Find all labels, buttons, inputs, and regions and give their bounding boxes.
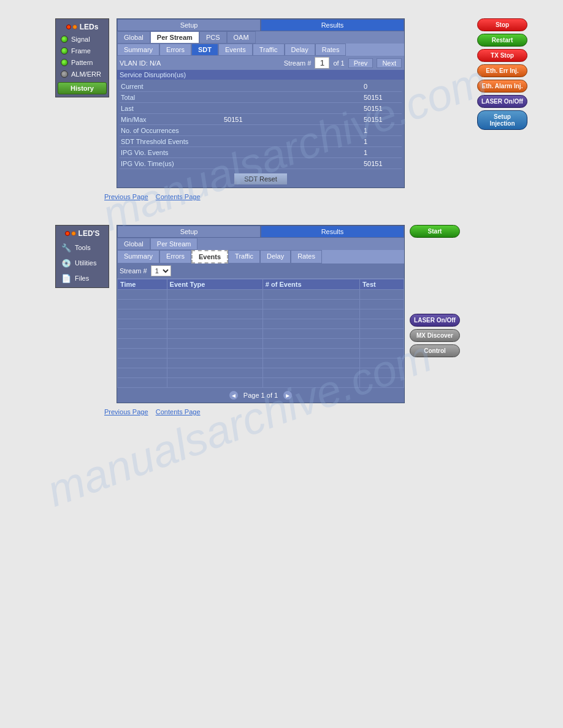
sidebar2-title: LED'S xyxy=(79,229,100,238)
sidebar-item-tools[interactable]: 🔧 Tools xyxy=(58,241,106,254)
page-next-button[interactable]: ► xyxy=(283,390,293,400)
sub-tab-oam1[interactable]: OAM xyxy=(227,31,256,44)
table-cell xyxy=(167,300,262,309)
mx-discover-button[interactable]: MX Discover xyxy=(410,329,460,342)
eth-err-inj-button[interactable]: Eth. Err Inj. xyxy=(477,64,527,77)
sidebar-item-frame[interactable]: Frame xyxy=(58,46,106,56)
ipg-time-label: IPG Vio. Time(us) xyxy=(121,160,364,167)
laser-on-off-button2[interactable]: LASER On/Off xyxy=(410,314,460,327)
table-cell xyxy=(118,290,167,300)
events-table: Time Event Type # of Events Test xyxy=(117,279,404,388)
minmax-left: 50151 xyxy=(224,116,261,123)
table-cell xyxy=(359,358,404,368)
tab-setup1[interactable]: Setup xyxy=(117,19,261,31)
control-button[interactable]: Control xyxy=(410,344,460,357)
sidebar-item-signal[interactable]: Signal xyxy=(58,34,106,44)
table-cell xyxy=(167,358,262,368)
tx-stop-button[interactable]: TX Stop xyxy=(477,49,527,62)
table-cell xyxy=(359,290,404,300)
files-icon: 📄 xyxy=(61,273,72,283)
table-cell xyxy=(118,378,167,388)
history-button[interactable]: History xyxy=(58,82,107,94)
tab-summary2[interactable]: Summary xyxy=(117,250,159,264)
tools-label: Tools xyxy=(75,244,91,251)
tab-errors2[interactable]: Errors xyxy=(159,250,191,264)
sub-tab-row2: Global Per Stream xyxy=(117,238,404,250)
tab-summary1[interactable]: Summary xyxy=(117,44,159,56)
sdt-reset-button[interactable]: SDT Reset xyxy=(234,173,288,185)
tab-rates1[interactable]: Rates xyxy=(315,44,347,56)
contents-link1[interactable]: Contents Page xyxy=(156,193,201,200)
stream-select-dropdown[interactable]: 1 xyxy=(151,265,171,276)
prev-button[interactable]: Prev xyxy=(348,58,373,68)
stream-of-label: of 1 xyxy=(333,59,344,67)
action-buttons2: Start LASER On/Off MX Discover Control xyxy=(410,225,460,357)
sub-tab-row1: Global Per Stream PCS OAM xyxy=(117,31,404,44)
sidebar-item-almerr[interactable]: ALM/ERR xyxy=(58,69,106,79)
contents-link2[interactable]: Contents Page xyxy=(156,408,201,415)
prev-page-link1[interactable]: Previous Page xyxy=(104,193,148,200)
next-button[interactable]: Next xyxy=(377,58,402,68)
table-cell xyxy=(167,290,262,300)
tab-events1[interactable]: Events xyxy=(218,44,253,56)
led2-dot-orange xyxy=(71,231,76,236)
tab-setup2[interactable]: Setup xyxy=(117,226,261,238)
page-prev-button[interactable]: ◄ xyxy=(229,390,239,400)
restart-button[interactable]: Restart xyxy=(477,34,527,47)
sidebar1: LEDs Signal Frame Pattern ALM/ERR Histor… xyxy=(55,18,109,97)
ipg-events-label: IPG Vio. Events xyxy=(121,149,364,156)
sidebar-item-utilities[interactable]: 💿 Utilities xyxy=(58,256,106,270)
tab-errors1[interactable]: Errors xyxy=(159,44,191,56)
setup-injection-button[interactable]: Setup Injection xyxy=(477,110,527,130)
tab-delay2[interactable]: Delay xyxy=(260,250,291,264)
stream-number-input[interactable] xyxy=(315,57,329,69)
led2-dot-red xyxy=(65,231,70,236)
sidebar-item-pattern[interactable]: Pattern xyxy=(58,58,106,67)
tab-results2[interactable]: Results xyxy=(261,226,404,238)
table-cell xyxy=(167,349,262,358)
tab-results1[interactable]: Results xyxy=(261,19,404,31)
sidebar-item-files[interactable]: 📄 Files xyxy=(58,271,106,285)
table-cell xyxy=(118,339,167,349)
start-button[interactable]: Start xyxy=(410,225,460,238)
tab-delay1[interactable]: Delay xyxy=(285,44,315,56)
sdt-threshold-value: 1 xyxy=(364,138,400,145)
sdt-reset-row: SDT Reset xyxy=(117,170,404,188)
sidebar2: LED'S 🔧 Tools 💿 Utilities 📄 Files xyxy=(55,225,109,288)
sub-tab-global1[interactable]: Global xyxy=(117,31,150,44)
tab-rates2[interactable]: Rates xyxy=(291,250,322,264)
tab-sdt1[interactable]: SDT xyxy=(191,44,218,56)
stop-button[interactable]: Stop xyxy=(477,18,527,31)
sub-tab-perstream1[interactable]: Per Stream xyxy=(150,31,199,44)
ipg-time-value: 50151 xyxy=(364,160,400,167)
col-num-events: # of Events xyxy=(262,279,359,290)
top-tab-row1: Setup Results xyxy=(117,19,404,31)
tab-events2[interactable]: Events xyxy=(191,250,228,264)
page-nav: ◄ Page 1 of 1 ► xyxy=(117,388,404,403)
table-row xyxy=(118,290,404,300)
prev-page-link2[interactable]: Previous Page xyxy=(104,408,148,415)
tab-traffic1[interactable]: Traffic xyxy=(253,44,285,56)
data-row-ipg-events: IPG Vio. Events 1 xyxy=(120,147,402,158)
table-cell xyxy=(262,319,359,329)
events-table-container: Time Event Type # of Events Test xyxy=(117,279,404,388)
table-row xyxy=(118,319,404,329)
table-cell xyxy=(262,378,359,388)
eth-alarm-inj-button[interactable]: Eth. Alarm Inj. xyxy=(477,80,527,93)
stream-select-label: Stream # xyxy=(120,267,147,275)
sub-tab-global2[interactable]: Global xyxy=(117,238,150,250)
tab-traffic2[interactable]: Traffic xyxy=(228,250,260,264)
sub-tab-perstream2[interactable]: Per Stream xyxy=(150,238,198,250)
col-event-type: Event Type xyxy=(167,279,262,290)
signal-indicator xyxy=(61,36,68,43)
table-cell xyxy=(167,368,262,378)
sidebar1-header: LEDs xyxy=(58,21,106,32)
vlan-label: VLAN ID: N/A xyxy=(120,59,161,67)
sub-tab-pcs1[interactable]: PCS xyxy=(199,31,227,44)
laser-on-off-button1[interactable]: LASER On/Off xyxy=(477,95,527,108)
minmax-right: 50151 xyxy=(364,116,400,123)
data-row-current: Current 0 xyxy=(120,81,402,92)
utilities-icon: 💿 xyxy=(61,258,72,268)
table-cell xyxy=(118,368,167,378)
table-row xyxy=(118,309,404,319)
